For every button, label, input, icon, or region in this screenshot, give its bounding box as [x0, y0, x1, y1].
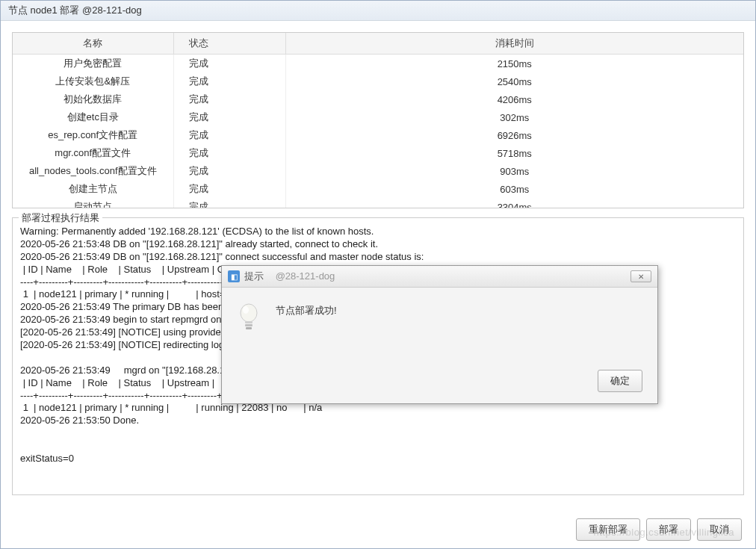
cell-time: 3304ms — [285, 198, 743, 208]
dialog-title: 提示 @28-121-dog — [244, 270, 630, 283]
svg-rect-4 — [246, 327, 252, 329]
table-row[interactable]: 初始化数据库完成4206ms — [13, 90, 743, 108]
cell-status: 完成 — [173, 198, 285, 208]
dialog-app-icon: ◧ — [228, 270, 240, 282]
cell-time: 6926ms — [285, 126, 743, 144]
cell-status: 完成 — [173, 126, 285, 144]
cell-time: 603ms — [285, 180, 743, 198]
cell-status: 完成 — [173, 108, 285, 126]
cell-status: 完成 — [173, 144, 285, 162]
table-row[interactable]: es_rep.conf文件配置完成6926ms — [13, 126, 743, 144]
cell-name: all_nodes_tools.conf配置文件 — [13, 162, 173, 180]
header-status[interactable]: 状态 — [173, 33, 285, 55]
table-row[interactable]: mgr.conf配置文件完成5718ms — [13, 144, 743, 162]
dialog-body: 节点部署成功! — [222, 288, 657, 362]
cell-status: 完成 — [173, 180, 285, 198]
cell-time: 2540ms — [285, 72, 743, 90]
message-dialog: ◧ 提示 @28-121-dog ✕ 节点部署成功! 确定 — [221, 265, 658, 404]
table-row[interactable]: 创建etc目录完成302ms — [13, 108, 743, 126]
cell-time: 5718ms — [285, 144, 743, 162]
dialog-footer: 确定 — [222, 362, 657, 403]
cell-status: 完成 — [173, 55, 285, 73]
cell-name: 创建etc目录 — [13, 108, 173, 126]
svg-point-1 — [243, 306, 249, 314]
deploy-button[interactable]: 部署 — [646, 518, 691, 541]
table-row[interactable]: 上传安装包&解压完成2540ms — [13, 72, 743, 90]
cell-status: 完成 — [173, 90, 285, 108]
window-title: 节点 node1 部署 @28-121-dog — [8, 4, 142, 16]
cell-time: 903ms — [285, 162, 743, 180]
cell-name: 用户免密配置 — [13, 55, 173, 73]
cell-time: 302ms — [285, 108, 743, 126]
svg-rect-2 — [245, 321, 252, 323]
svg-rect-3 — [245, 324, 252, 326]
table-row[interactable]: 启动节点完成3304ms — [13, 198, 743, 208]
table-row[interactable]: 用户免密配置完成2150ms — [13, 55, 743, 73]
header-time[interactable]: 消耗时间 — [285, 33, 743, 55]
cell-name: 初始化数据库 — [13, 90, 173, 108]
dialog-titlebar[interactable]: ◧ 提示 @28-121-dog ✕ — [222, 266, 657, 288]
steps-table: 名称 状态 消耗时间 用户免密配置完成2150ms上传安装包&解压完成2540m… — [13, 33, 743, 208]
svg-point-0 — [241, 304, 257, 322]
table-row[interactable]: all_nodes_tools.conf配置文件完成903ms — [13, 162, 743, 180]
cell-time: 4206ms — [285, 90, 743, 108]
cell-status: 完成 — [173, 162, 285, 180]
cell-name: mgr.conf配置文件 — [13, 144, 173, 162]
cell-name: 启动节点 — [13, 198, 173, 208]
button-bar: 重新部署 部署 取消 — [576, 518, 742, 541]
steps-table-wrap: 名称 状态 消耗时间 用户免密配置完成2150ms上传安装包&解压完成2540m… — [12, 32, 744, 208]
cell-time: 2150ms — [285, 55, 743, 73]
table-row[interactable]: 创建主节点完成603ms — [13, 180, 743, 198]
cell-name: 创建主节点 — [13, 180, 173, 198]
cancel-button[interactable]: 取消 — [697, 518, 742, 541]
cell-status: 完成 — [173, 72, 285, 90]
redeploy-button[interactable]: 重新部署 — [576, 518, 640, 541]
header-name[interactable]: 名称 — [13, 33, 173, 55]
close-icon[interactable]: ✕ — [630, 270, 651, 282]
dialog-message: 节点部署成功! — [276, 303, 337, 351]
window-titlebar[interactable]: 节点 node1 部署 @28-121-dog — [1, 1, 755, 21]
cell-name: 上传安装包&解压 — [13, 72, 173, 90]
lightbulb-icon — [237, 303, 261, 332]
content-area: 名称 状态 消耗时间 用户免密配置完成2150ms上传安装包&解压完成2540m… — [1, 21, 755, 506]
dialog-host: @28-121-dog — [276, 270, 335, 282]
ok-button[interactable]: 确定 — [598, 370, 642, 392]
cell-name: es_rep.conf文件配置 — [13, 126, 173, 144]
